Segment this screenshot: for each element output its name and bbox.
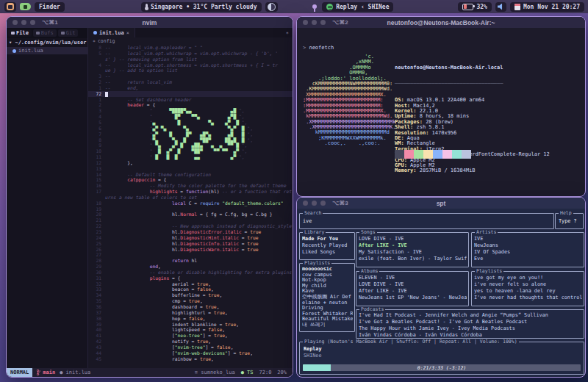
code-line: 3 " ▀████▀▄▄ ▄█ ", (88, 108, 293, 114)
artists-list: IVENewJeansIV Of SpadesEve (474, 236, 582, 266)
cursor-position: 72:0 (259, 370, 271, 375)
thermometer-icon (146, 4, 148, 10)
list-item[interactable]: exile (feat. Bon Iver) - Taylor Swift, (359, 256, 467, 262)
line-number: 44 (88, 350, 101, 356)
tab-file[interactable]: File (8, 29, 32, 37)
finder-menu[interactable]: Finder (35, 2, 65, 12)
line-number: 42 (88, 339, 101, 345)
zoom-button[interactable] (320, 201, 326, 206)
library-list: Made For YouRecently PlayedLiked Songs (302, 236, 353, 259)
code-line: 7 "▄▀ █ █▀ ▄█▀▄ ▄█ █ ", (88, 131, 293, 137)
git-tab-icon (61, 32, 65, 35)
close-button[interactable] (303, 201, 308, 206)
zoom-button[interactable] (30, 20, 35, 25)
line-number: 5 (88, 120, 101, 126)
spt-content: Search ive Help Type ? Library Made For … (297, 209, 585, 377)
tab-git[interactable]: Git (58, 29, 79, 37)
code-line: 44 ["nvim-web-devicons"] = true, (88, 350, 293, 356)
code-line: 8-- local_vim.g.mapleader = " " (88, 45, 293, 51)
list-item[interactable]: 내 쓰레기 (302, 322, 353, 328)
settings-icon[interactable]: ∗ (282, 30, 293, 36)
display-toggle[interactable] (265, 2, 278, 12)
search-input[interactable]: ive (303, 218, 312, 224)
buffer-tab[interactable]: init.lua × (88, 28, 135, 37)
clock-widget[interactable]: Mon Nov 21 20:27 (510, 2, 584, 12)
line-number: 16 (88, 183, 101, 189)
palette-swatch (462, 150, 471, 159)
code-area[interactable]: 8-- local_vim.g.mapleader = " "5-- local… (88, 45, 293, 368)
list-item[interactable]: yes to heaven -lana del rey (474, 288, 582, 295)
weather-widget[interactable]: Singapore • 31°C Partly cloudy (141, 2, 262, 12)
buffer-tabline: init.lua × ∗ (88, 28, 293, 37)
list-item[interactable]: ive got my eye on you!! (474, 275, 582, 281)
list-item[interactable]: NewJeans 1st EP 'New Jeans' - NewJeans (359, 295, 467, 301)
panel-title: Songs (359, 230, 377, 235)
code-line: 11 " █ █ █ ▄▄ ▄▀ ", (88, 154, 293, 160)
tree-root-path[interactable]: ▾ ~/.config/nvim/lua/user (7, 38, 87, 47)
line-number: 8 (88, 137, 101, 143)
list-item[interactable]: The Happy Hour with Jamie Ivey - Ivey Me… (359, 325, 582, 332)
code-line: 39 indent_blankline = true, (88, 322, 293, 328)
list-item[interactable]: LOVE DIVE - IVE (359, 236, 467, 242)
neofetch-info: neutonfoo@Neutons-MacBook-Air.local ────… (395, 54, 550, 185)
editor-pane: init.lua × ∗ ∗ config 8-- local_vim.g.ma… (88, 28, 293, 368)
list-item[interactable]: IVE (474, 236, 582, 242)
minimize-button[interactable] (312, 201, 317, 206)
line-number: 11 (88, 154, 101, 160)
line-number: 34 (88, 292, 101, 298)
list-item[interactable]: Recently Played (302, 242, 353, 249)
list-item[interactable]: IV Of Spades (474, 249, 582, 256)
tab-bufs[interactable]: Bufs (33, 29, 57, 37)
list-item[interactable]: i've never felt so alone (474, 281, 582, 288)
zoom-button[interactable] (320, 20, 326, 25)
window-shortcut: ⌥⌘3 (332, 200, 348, 206)
code-line: 26 hl.DiagnosticWarn.italic = true (88, 247, 293, 253)
volume-widget[interactable] (495, 2, 506, 12)
list-item[interactable]: Iván Vindas Córdoba - Iván Vindas Córdob… (359, 332, 582, 337)
code-line: 45 rainbow = true, (88, 356, 293, 362)
list-item[interactable]: NewJeans (474, 242, 582, 249)
palette-swatch (395, 150, 404, 159)
pin-icon[interactable] (312, 4, 317, 9)
close-tab-icon[interactable]: × (126, 30, 129, 36)
code-line: ue } -- add to option list (88, 68, 293, 73)
code-line: 31 plugins = { (88, 275, 293, 281)
list-item[interactable]: After LIKE - IVE (359, 288, 467, 295)
workspace-badge[interactable] (20, 3, 31, 10)
apple-menu-button[interactable] (4, 2, 16, 12)
progress-bar[interactable]: 0:21/3:33 (-3:12) (303, 364, 581, 371)
list-item[interactable]: Eve (474, 256, 582, 262)
line-number: 29 (88, 264, 101, 270)
panel-title: Podcasts (359, 307, 385, 312)
minimize-button[interactable] (312, 20, 317, 25)
list-item[interactable]: My Satisfaction - IVE (359, 249, 467, 256)
list-item[interactable]: After LIKE - IVE (359, 242, 467, 249)
lsp-status: ≡ sumneko_lua (195, 370, 235, 375)
line-number: 25 (88, 241, 101, 247)
list-item[interactable]: Liked Songs (302, 249, 353, 256)
list-item[interactable]: I've Got a Beatles Podcast! - I've Got A… (359, 319, 582, 325)
now-playing-widget[interactable]: Replay ‹ SHINee (322, 2, 393, 12)
list-item[interactable]: I've Had It Podcast - Jennifer Welch and… (359, 312, 582, 319)
battery-icon (462, 4, 473, 10)
close-button[interactable] (303, 20, 308, 25)
info-row: Memory: 2857MiB / 16384MiB (395, 168, 550, 173)
terminal-content[interactable]: > neofetch 'c. ,xNMM. .OMMMMo OMMM0, .;l… (297, 28, 585, 196)
minimize-button[interactable] (21, 20, 26, 25)
current-track: Replay (304, 346, 322, 352)
tree-file-item[interactable]: init.lua (7, 47, 87, 54)
code-line: urns a new table of colors to set (88, 195, 293, 201)
list-item[interactable]: I've never had thoughts that control me (474, 295, 582, 301)
code-line: 13 (88, 166, 293, 172)
list-item[interactable]: ELEVEN - IVE (359, 275, 467, 281)
terminal-window: ⌥⌘2 neutonfoo@Neutons-MacBook-Air:~ > ne… (296, 16, 586, 197)
list-item[interactable]: LOVE DIVE - IVE (359, 281, 467, 288)
code-line: 5 "▄ █ ▀▄ ▄▀ █ ", (88, 120, 293, 126)
playing-panel: Playing (Neuton's MacBook Air | Shuffle:… (299, 342, 584, 375)
search-panel[interactable]: Search ive (299, 213, 554, 229)
code-line: 2 header = { (88, 102, 293, 108)
speaker-icon (498, 4, 504, 10)
list-item[interactable]: Made For You (302, 236, 353, 242)
battery-widget[interactable]: 32% (458, 2, 491, 12)
close-button[interactable] (12, 20, 18, 25)
